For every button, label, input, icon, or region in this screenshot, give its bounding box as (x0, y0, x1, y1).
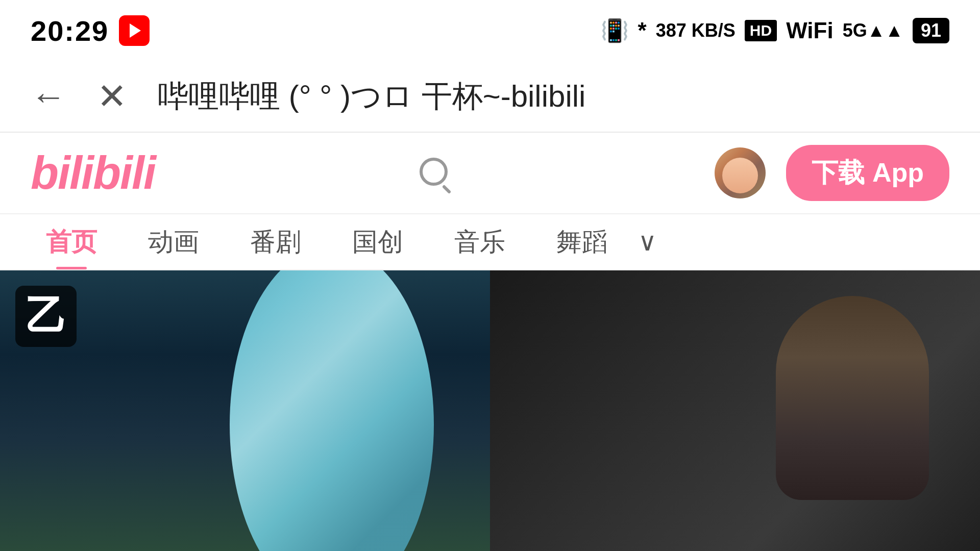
content-area: 乙 (0, 270, 980, 551)
vibrate-icon: 📳 (601, 17, 629, 44)
page-title: 哔哩哔哩 (° ° )つロ 干杯~-bilibili (158, 76, 949, 117)
tab-animation[interactable]: 动画 (122, 215, 225, 269)
tab-chinese[interactable]: 国创 (327, 215, 429, 269)
bilibili-logo[interactable]: bilibili (31, 150, 155, 196)
download-app-button[interactable]: 下载 App (786, 145, 949, 201)
content-card-right[interactable] (490, 270, 980, 551)
search-handle (442, 185, 451, 194)
tab-music[interactable]: 音乐 (429, 215, 531, 269)
anime-character (204, 270, 459, 551)
wifi-icon: WiFi (786, 18, 833, 43)
network-speed: 387 KB/S (656, 20, 736, 41)
status-right: 📳 * 387 KB/S HD WiFi 5G▲▲ 91 (601, 17, 949, 44)
youtube-play-icon (130, 23, 141, 38)
battery-level: 91 (913, 18, 949, 43)
tabs-more-button[interactable]: ∨ (638, 227, 657, 257)
card-image-left: 乙 (0, 270, 490, 551)
avatar[interactable] (715, 147, 766, 198)
overlay-icon: 乙 (15, 286, 77, 347)
nav-tabs: 首页 动画 番剧 国创 音乐 舞蹈 ∨ (0, 214, 980, 270)
overlay-char: 乙 (26, 289, 66, 344)
tab-home[interactable]: 首页 (20, 215, 122, 269)
status-time: 20:29 (31, 14, 109, 47)
tab-drama[interactable]: 番剧 (225, 215, 327, 269)
search-button[interactable] (412, 150, 458, 196)
status-bar: 20:29 📳 * 387 KB/S HD WiFi 5G▲▲ 91 (0, 0, 980, 61)
search-icon (420, 158, 448, 186)
logo-text: bilibili (31, 150, 155, 196)
youtube-icon (119, 15, 150, 46)
hd-badge: HD (745, 20, 777, 41)
tab-dance[interactable]: 舞蹈 (531, 215, 633, 269)
content-card-left[interactable]: 乙 (0, 270, 490, 551)
close-button[interactable]: ✕ (97, 76, 127, 117)
person-silhouette (776, 296, 929, 500)
search-area (176, 150, 694, 196)
browser-nav-bar: ← ✕ 哔哩哔哩 (° ° )つロ 干杯~-bilibili (0, 61, 980, 133)
bluetooth-icon: * (638, 18, 647, 43)
card-image-right (490, 270, 980, 551)
back-button[interactable]: ← (31, 76, 66, 117)
app-header: bilibili 下载 App (0, 133, 980, 214)
status-left: 20:29 (31, 14, 150, 47)
5g-signal: 5G▲▲ (843, 20, 903, 41)
avatar-face (722, 158, 758, 193)
